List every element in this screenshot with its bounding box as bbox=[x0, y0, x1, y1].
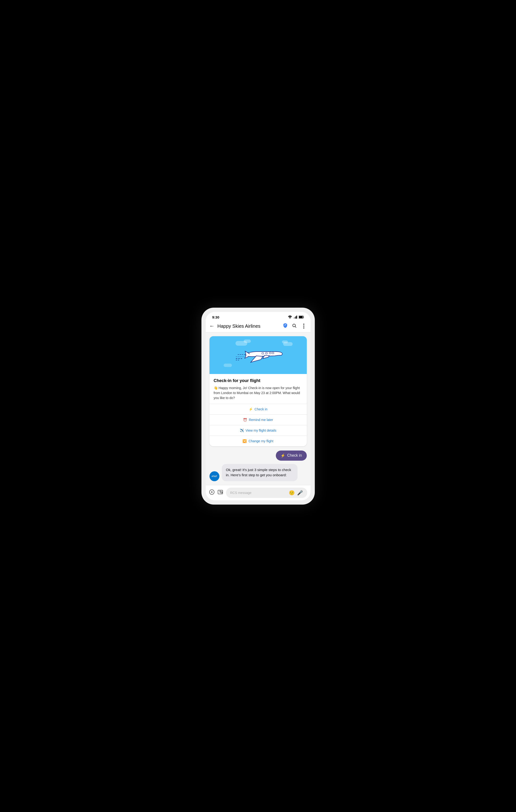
card-actions: ⚡ Check in ⏰ Remind me later ✈️ View my … bbox=[209, 404, 307, 446]
status-time: 9:30 bbox=[212, 315, 220, 319]
media-icon[interactable] bbox=[218, 489, 223, 496]
svg-rect-14 bbox=[269, 352, 271, 354]
received-message: Ok, great! It's just 3 simple steps to c… bbox=[222, 464, 297, 481]
svg-point-0 bbox=[289, 318, 290, 319]
flight-details-label: View my flight details bbox=[246, 429, 276, 432]
remind-action-icon: ⏰ bbox=[243, 418, 247, 422]
add-icon[interactable] bbox=[209, 489, 215, 496]
phone-frame: 9:30 bbox=[201, 308, 315, 504]
mic-icon[interactable]: 🎤 bbox=[297, 490, 303, 496]
svg-line-9 bbox=[295, 326, 296, 327]
svg-rect-3 bbox=[295, 316, 296, 319]
status-bar: 9:30 bbox=[206, 312, 311, 321]
search-icon[interactable] bbox=[292, 323, 296, 329]
chat-area: Check-in for your flight 👋 Happy morning… bbox=[206, 332, 311, 485]
input-bar: RCS message 🙂 🎤 bbox=[206, 485, 311, 500]
wifi-icon bbox=[288, 315, 292, 319]
sent-message: ⚡ Check in bbox=[276, 451, 307, 461]
svg-rect-15 bbox=[272, 352, 274, 354]
remind-action-label: Remind me later bbox=[249, 418, 273, 422]
change-flight-icon: 🔀 bbox=[242, 439, 247, 443]
flight-details-action-btn[interactable]: ✈️ View my flight details bbox=[209, 425, 307, 436]
svg-point-8 bbox=[293, 324, 295, 327]
card-body: Check-in for your flight 👋 Happy morning… bbox=[209, 374, 307, 401]
nav-icons: ⋮ bbox=[283, 323, 307, 329]
remind-action-btn[interactable]: ⏰ Remind me later bbox=[209, 415, 307, 425]
emoji-icon[interactable]: 🙂 bbox=[289, 490, 295, 496]
svg-rect-22 bbox=[221, 492, 222, 493]
flight-details-icon: ✈️ bbox=[240, 429, 244, 432]
battery-icon bbox=[299, 316, 304, 319]
rich-card: Check-in for your flight 👋 Happy morning… bbox=[209, 336, 307, 446]
top-nav: ← Happy Skies Airlines bbox=[206, 321, 311, 332]
svg-rect-2 bbox=[294, 317, 295, 319]
sent-message-icon: ⚡ bbox=[281, 453, 285, 458]
change-flight-action-btn[interactable]: 🔀 Change my flight bbox=[209, 436, 307, 446]
card-title: Check-in for your flight bbox=[214, 378, 303, 383]
checkin-action-label: Check in bbox=[255, 407, 267, 411]
back-button[interactable]: ← bbox=[209, 323, 215, 329]
svg-rect-7 bbox=[299, 316, 303, 318]
received-message-row: AT&T Ok, great! It's just 3 simple steps… bbox=[209, 464, 307, 481]
phone-screen: 9:30 bbox=[206, 312, 311, 500]
svg-rect-4 bbox=[296, 316, 297, 319]
signal-icon bbox=[293, 315, 297, 319]
svg-rect-6 bbox=[303, 316, 304, 318]
input-emojis: 🙂 🎤 bbox=[289, 490, 303, 496]
change-flight-label: Change my flight bbox=[249, 439, 273, 443]
shield-icon[interactable] bbox=[283, 323, 288, 329]
sent-message-text: Check in bbox=[287, 453, 302, 458]
received-message-text: Ok, great! It's just 3 simple steps to c… bbox=[226, 468, 291, 477]
svg-rect-12 bbox=[262, 353, 263, 354]
message-input-field[interactable]: RCS message 🙂 🎤 bbox=[226, 488, 307, 498]
card-text: 👋 Happy morning, Jo! Check-in is now ope… bbox=[214, 385, 303, 401]
avatar: AT&T bbox=[209, 471, 220, 481]
svg-rect-13 bbox=[265, 352, 267, 354]
checkin-action-icon: ⚡ bbox=[249, 407, 253, 411]
status-icons bbox=[288, 315, 304, 319]
more-icon[interactable]: ⋮ bbox=[301, 323, 307, 329]
svg-rect-1 bbox=[293, 318, 294, 319]
message-placeholder: RCS message bbox=[230, 491, 252, 495]
card-hero bbox=[209, 336, 307, 374]
nav-title: Happy Skies Airlines bbox=[218, 323, 280, 329]
airplane-illustration bbox=[232, 344, 284, 366]
checkin-action-btn[interactable]: ⚡ Check in bbox=[209, 404, 307, 415]
